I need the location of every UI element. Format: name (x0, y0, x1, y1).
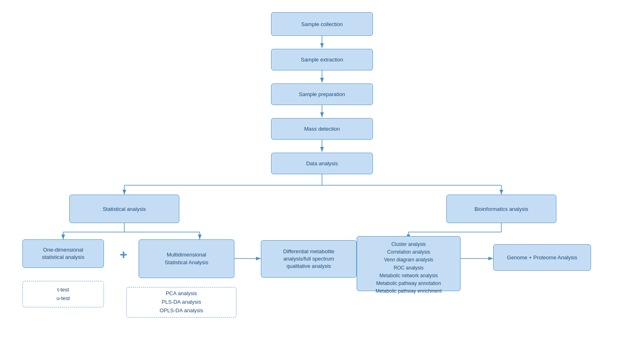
workflow-diagram: Sample collection Sample extraction Samp… (0, 0, 644, 355)
one-dimensional-box: One-dimensional statistical analysis (22, 239, 104, 268)
sample-preparation-box: Sample preparation (271, 83, 373, 105)
differential-box: Differential metabolite analysis/full sp… (261, 240, 357, 278)
genome-proteome-box: Genome + Proteome Analysis (493, 244, 591, 271)
data-analysis-box: Data analysis (271, 153, 373, 174)
sample-collection-box: Sample collection (271, 12, 373, 36)
statistical-analysis-box: Statistical analysis (69, 195, 179, 223)
mass-detection-box: Mass detection (271, 118, 373, 140)
sample-extraction-box: Sample extraction (271, 49, 373, 70)
pca-analysis-box: PCA analysis PLS-DA analysis OPLS-DA ana… (126, 287, 236, 318)
bioinformatics-analysis-box: Bioinformatics analysis (446, 195, 556, 223)
plus-sign: + (113, 244, 134, 265)
bioinformatics-sub-box: Cluster analysis Correlation analysis Ve… (357, 236, 461, 291)
t-test-box: t-test u-test (22, 281, 104, 307)
multidimensional-box: Multidimensional Statistical Analysis (139, 239, 234, 278)
